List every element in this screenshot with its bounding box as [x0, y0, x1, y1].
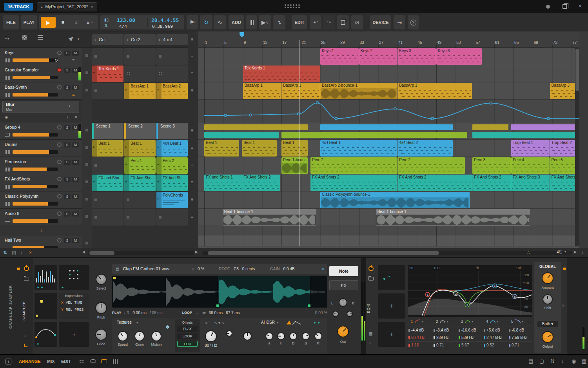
loop-start-marker[interactable]	[216, 304, 219, 307]
eq-preset-icon[interactable]	[368, 277, 374, 281]
filter-cutoff-knob[interactable]	[205, 330, 217, 342]
record-arm-button[interactable]	[57, 211, 62, 216]
record-arm-button[interactable]	[57, 125, 62, 129]
slot-stop-icon[interactable]	[94, 216, 97, 219]
mute-button[interactable]: M	[72, 125, 79, 130]
scene-play-icon[interactable]: ▸	[159, 38, 161, 42]
clip-stop-button[interactable]	[85, 129, 88, 131]
clip-play-strip[interactable]	[124, 157, 129, 174]
add-effect-track-icon[interactable]: ↴	[273, 15, 285, 29]
follow-playback-icon[interactable]: ⇅	[3, 250, 7, 255]
arranger-clip[interactable]: FX And Shots 2	[242, 175, 280, 191]
eq-gain-value-4[interactable]: +5.6 dB	[484, 328, 500, 332]
eq-band-select-1[interactable]: 1▾	[411, 319, 423, 324]
sampler-tab-label[interactable]: SAMPLER	[22, 296, 26, 326]
tab-mix[interactable]: MIX	[47, 359, 55, 364]
scene-play-icon[interactable]: ▸	[127, 38, 129, 42]
arranger-clip[interactable]: Keys 1	[320, 48, 359, 65]
window-restore-button[interactable]	[563, 4, 567, 9]
mute-button[interactable]: M	[72, 85, 79, 90]
eq-power-button[interactable]	[368, 266, 374, 271]
keyboard-panel-icon[interactable]: ▦	[582, 358, 586, 364]
undo-icon[interactable]: ↶	[310, 15, 321, 29]
add-modulator-tile[interactable]: +	[59, 322, 89, 347]
launcher-scroll-left-icon[interactable]: ◀	[82, 250, 85, 254]
arranger-clip[interactable]: Keys 2	[359, 48, 397, 65]
eq-curve-display[interactable]: 201001k10k+20+10-10-2012345	[408, 265, 532, 317]
expression-pres[interactable]: PRES	[74, 308, 83, 312]
launcher-clip[interactable]: BassArp 2	[156, 83, 188, 99]
pointer-tool-dropdown-icon[interactable]: ▾	[78, 37, 79, 41]
drag-handle-icon[interactable]: ∷	[24, 333, 27, 339]
expression-rel[interactable]: REL	[66, 308, 73, 312]
arranger-clip[interactable]: FX And Shots 2	[310, 175, 397, 191]
solo-button[interactable]: S	[64, 142, 71, 148]
operator-flow-icon[interactable]: ∴	[527, 250, 530, 255]
play-start-value[interactable]: 0.00 ms	[132, 311, 147, 315]
launcher-clip[interactable]: BassArp 1	[124, 83, 156, 99]
gain-value[interactable]: 0.0 dB	[283, 267, 295, 271]
add-track-button[interactable]: +	[0, 226, 82, 235]
add-lane-icon[interactable]: +	[66, 115, 69, 120]
pin-icon[interactable]: ⊤	[73, 104, 76, 108]
launcher-clip[interactable]: Beat 1	[124, 140, 156, 157]
modulator-steps-tile[interactable]: ►►	[34, 265, 57, 290]
mute-button[interactable]: M	[72, 211, 79, 217]
vertical-scrollbar-thumb[interactable]	[575, 49, 579, 91]
eq-band-select-4[interactable]: 4▾	[486, 319, 498, 324]
clip-play-strip[interactable]	[156, 175, 162, 191]
play-length-value[interactable]: 106 ms	[150, 311, 163, 315]
clip-play-strip[interactable]	[124, 140, 129, 157]
browser-panel-icon[interactable]: ▤	[528, 358, 533, 364]
note-tab-button[interactable]: Note	[329, 266, 358, 276]
track-height-icon[interactable]: ▤	[12, 250, 16, 255]
arranger-clip[interactable]: Keys 3	[436, 48, 482, 65]
eq-tab-label[interactable]: EQ-5	[367, 298, 370, 318]
eq-gain-value-5[interactable]: -6.8 dB	[509, 328, 524, 332]
track-header-classic-polysynth[interactable]: Classic PolysynthSM	[0, 191, 82, 209]
row-grip-icon[interactable]: ≡	[191, 214, 193, 219]
slot-stop-icon[interactable]	[94, 89, 97, 92]
slot-stop-icon[interactable]	[127, 55, 129, 58]
arranger-clip[interactable]: Beat 1-bounce-1	[223, 209, 316, 226]
scene-play-icon[interactable]: ▸	[95, 38, 96, 42]
pitch-knob[interactable]	[95, 302, 107, 314]
send-2-knob[interactable]	[347, 311, 353, 317]
mappings-panel-icon[interactable]: ⇅	[550, 358, 555, 364]
arranger-clip[interactable]: Beat 1	[242, 140, 277, 157]
arranger-clip[interactable]: FX and Shots 1	[204, 175, 243, 191]
arranger-clip[interactable]: BassArp 1	[281, 83, 320, 99]
automation-lane[interactable]	[198, 100, 579, 122]
slider-handle[interactable]	[55, 59, 58, 62]
loop-length-value[interactable]: 67.7 ms	[226, 311, 240, 315]
launcher-toggle-icon[interactable]	[101, 359, 107, 363]
filter-cutoff-value[interactable]: 807 Hz	[199, 343, 223, 348]
launcher-hscrollbar[interactable]	[88, 251, 194, 255]
clip-play-strip[interactable]	[124, 83, 129, 99]
clip-play-strip[interactable]	[92, 140, 97, 157]
solo-button[interactable]: S	[64, 177, 71, 182]
send-1-knob[interactable]	[332, 311, 339, 317]
loop-mode-icon[interactable]: →	[195, 311, 199, 315]
mute-button[interactable]: M	[72, 238, 79, 243]
add-menu-button[interactable]: ADD	[229, 15, 244, 29]
arranger-clip[interactable]: Perc 3	[472, 157, 511, 174]
pointer-tool-icon[interactable]: ▶	[69, 35, 73, 41]
row-grip-icon[interactable]: ≡	[191, 180, 193, 184]
arranger-lane-fx[interactable]	[198, 235, 579, 246]
scene-grip-icon[interactable]: ≡	[191, 37, 193, 42]
record-arm-button[interactable]	[57, 194, 62, 199]
slot-stop-icon[interactable]	[159, 55, 162, 58]
plus-icon[interactable]: +	[378, 331, 405, 338]
tune-value[interactable]: 0 cents	[242, 267, 255, 271]
loop-toggle-icon[interactable]: ↻	[200, 15, 212, 29]
track-header-granular-sampler[interactable]: Granular SamplerSM	[0, 65, 82, 82]
sample-waveform-display[interactable]	[112, 276, 327, 308]
clip-play-strip[interactable]	[156, 140, 162, 157]
group-sub-clip[interactable]	[320, 124, 453, 130]
solo-button[interactable]: S	[64, 211, 71, 217]
time-signature-display[interactable]: 4/4	[119, 24, 127, 29]
row-grip-icon[interactable]: ≡	[191, 145, 193, 150]
eq-gain-value-1[interactable]: -4.4 dB	[408, 328, 424, 332]
group-sub-clip[interactable]	[472, 132, 578, 138]
